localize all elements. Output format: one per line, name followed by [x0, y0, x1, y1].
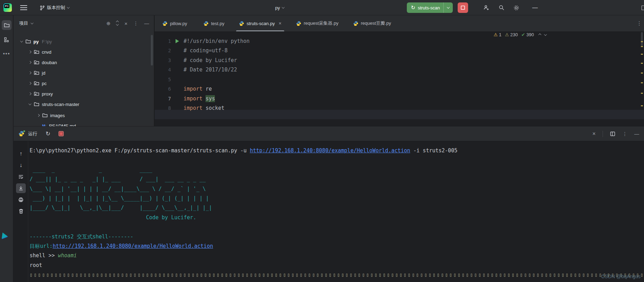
tree-scrollbar[interactable] [151, 35, 153, 66]
run-config-chevron[interactable] [444, 7, 453, 9]
url-link[interactable]: http://192.168.1.240:8080/example/HelloW… [250, 147, 410, 154]
tree-item-images[interactable]: images [14, 110, 154, 121]
tree-item-readme[interactable]: M↓ README.md [14, 121, 154, 126]
collapse-chevron-icon[interactable] [26, 103, 34, 105]
rerun-button[interactable]: ↻ [46, 130, 50, 137]
more-tools-button[interactable]: ••• [2, 49, 11, 59]
layout-settings-button[interactable] [610, 131, 615, 137]
tool-options-button[interactable]: ⋮ [622, 131, 627, 137]
scroll-down-button[interactable]: ↓ [16, 160, 26, 170]
soft-wrap-icon [18, 174, 24, 180]
shell-prompt-line: shell >> whoami [30, 251, 644, 260]
run-console[interactable]: E:\py\python27\python2.exe F:/py/struts-… [28, 141, 644, 282]
vcs-widget[interactable]: 版本控制 [38, 0, 71, 15]
expand-chevron-icon[interactable] [26, 93, 34, 95]
soft-wrap-button[interactable] [16, 172, 26, 182]
line-number: 5 [155, 77, 171, 82]
tool-window-stripe: ••• [0, 15, 13, 282]
trash-icon [18, 208, 24, 214]
vertical-scrollbar[interactable] [641, 32, 643, 46]
expand-chevron-icon[interactable] [26, 82, 34, 84]
project-tree: py F:\py cnvd douban jd [14, 33, 154, 126]
target-label: 目标url: [30, 243, 53, 249]
tab-close-icon[interactable]: × [279, 21, 281, 26]
ok-check-icon: ✔ [521, 32, 525, 37]
shell-prompt: shell >> [30, 252, 58, 259]
tree-item-py[interactable]: py F:\py [14, 36, 154, 47]
print-button[interactable] [16, 195, 26, 205]
stop-button[interactable] [458, 2, 468, 13]
url-link[interactable]: http://192.168.1.240:8080/example/HelloW… [53, 243, 213, 249]
line-number: 7 [155, 96, 171, 101]
expand-chevron-icon[interactable] [34, 114, 42, 116]
ascii-art-line: ___) | |_| | | |_| | |_\__ \_____|__) | … [30, 194, 644, 203]
locate-file-button[interactable]: ⊕ [107, 21, 111, 26]
code-text: import [184, 86, 202, 92]
git-branch-icon [40, 5, 45, 10]
minimize-button[interactable]: — [531, 4, 539, 12]
source-folder-icon [34, 60, 39, 65]
add-user-button[interactable] [482, 4, 490, 12]
expand-chevron-icon[interactable] [26, 61, 34, 63]
settings-button[interactable] [512, 4, 520, 12]
tree-item-struts-scan-master[interactable]: struts-scan-master [14, 99, 154, 109]
tree-item-label: proxy [42, 91, 53, 97]
tab-request-douban[interactable]: request豆瓣.py [348, 15, 396, 31]
chevron-down-icon [67, 6, 70, 8]
folder-icon [25, 39, 31, 44]
tab-label: pillow.py [170, 21, 187, 26]
inspections-widget[interactable]: ⚠ 1 ⚠ 230 ✔ 390 [494, 32, 546, 37]
tree-item-pc[interactable]: pc [14, 78, 154, 89]
search-icon [498, 5, 505, 11]
console-command-line: E:\py\python27\python2.exe F:/py/struts-… [30, 146, 644, 155]
command-args: -i struts2-005 [410, 147, 457, 154]
close-tool-button[interactable]: × [592, 131, 596, 137]
run-line-button[interactable] [171, 39, 184, 43]
next-problem-icon[interactable] [544, 33, 547, 36]
hide-tool-button[interactable]: — [634, 131, 639, 137]
python-console-icon[interactable] [2, 233, 8, 239]
tree-item-proxy[interactable]: proxy [14, 89, 154, 99]
scroll-up-button[interactable]: ↑ [16, 149, 26, 159]
main-menu-icon[interactable] [20, 5, 27, 10]
tree-item-cnvd[interactable]: cnvd [14, 47, 154, 57]
tree-item-douban[interactable]: douban [14, 57, 154, 68]
ascii-art-line: |____/ \__|_| \__,_|\__|___/ |____/ \___… [30, 203, 644, 213]
project-panel-title[interactable]: 项目 [19, 20, 28, 26]
tree-item-jd[interactable]: jd [14, 68, 154, 78]
expand-all-button[interactable] [116, 21, 118, 26]
run-config-widget[interactable]: ↻ struts-scan [407, 2, 453, 13]
code-text: # Date 2017/10/22 [184, 67, 237, 73]
search-button[interactable] [498, 4, 505, 12]
scroll-to-end-button[interactable] [16, 183, 26, 193]
tab-test[interactable]: test.py [199, 15, 229, 31]
tab-struts-scan[interactable]: struts-scan.py × [234, 15, 286, 31]
panel-options-button[interactable]: ⋮ [133, 21, 138, 26]
line-number: 8 [155, 105, 171, 111]
structure-tool-button[interactable] [2, 35, 11, 45]
stop-process-button[interactable] [59, 131, 64, 136]
gear-icon [513, 5, 520, 11]
run-tool-title[interactable]: 运行 [28, 131, 37, 137]
collapse-all-button[interactable]: × [124, 21, 127, 26]
project-selector[interactable]: py [275, 0, 284, 15]
tree-item-label: jd [42, 70, 45, 76]
tab-pillow[interactable]: pillow.py [157, 15, 192, 31]
code-viewport[interactable]: 1 #!/usr/bin/env python 2 # coding=utf-8… [155, 31, 644, 126]
expand-chevron-icon[interactable] [26, 72, 34, 74]
expand-chevron-icon[interactable] [26, 51, 34, 53]
tree-item-label: cnvd [42, 49, 51, 55]
code-text: import [184, 105, 202, 111]
target-url-line: 目标url:http://192.168.1.240:8080/example/… [30, 242, 644, 251]
structure-icon [4, 37, 9, 43]
collapse-chevron-icon[interactable] [18, 40, 25, 43]
project-tool-button[interactable] [2, 20, 11, 30]
maximize-button[interactable] [642, 6, 644, 10]
tab-request-caijiqi[interactable]: request采集器.py [291, 15, 343, 31]
hide-panel-button[interactable]: — [144, 21, 149, 26]
previous-problem-icon[interactable] [538, 33, 541, 36]
line-number: 6 [155, 86, 171, 92]
tabs-more-icon[interactable]: ⋮ [637, 20, 642, 26]
clear-console-button[interactable] [16, 206, 26, 216]
source-folder-icon [34, 91, 39, 97]
